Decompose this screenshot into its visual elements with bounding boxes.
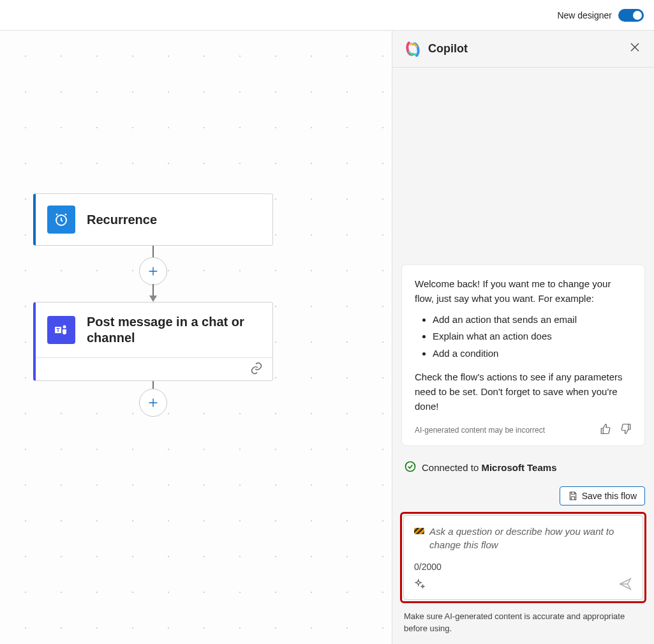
thumbs-down-icon[interactable] [620, 423, 632, 438]
construction-icon [414, 528, 424, 534]
close-icon[interactable] [627, 40, 643, 58]
connection-status: Connected to Microsoft Teams [404, 460, 643, 475]
save-flow-button[interactable]: Save this flow [560, 486, 645, 505]
flow-node-post-message[interactable]: T Post message in a chat or channel [33, 302, 273, 381]
node-footer [36, 357, 272, 380]
connector [139, 381, 167, 416]
link-icon[interactable] [249, 361, 264, 377]
suggestion-item: Add an action that sends an email [433, 312, 632, 327]
node-title: Recurrence [87, 212, 157, 228]
thumbs-up-icon[interactable] [600, 423, 611, 438]
copilot-body: Welcome back! If you want me to change y… [392, 68, 654, 644]
clock-icon [47, 206, 75, 234]
node-title: Post message in a chat or channel [87, 314, 261, 346]
teams-icon: T [47, 316, 75, 344]
copilot-input-box[interactable]: Ask a question or describe how you want … [403, 515, 643, 600]
svg-point-3 [63, 326, 66, 329]
add-step-button[interactable] [139, 389, 167, 417]
welcome-intro: Welcome back! If you want me to change y… [415, 276, 632, 306]
top-toolbar: New designer [0, 0, 654, 31]
sparkle-icon[interactable] [414, 578, 426, 592]
flow-node-recurrence[interactable]: Recurrence [33, 193, 273, 246]
char-counter: 0/2000 [414, 562, 632, 572]
check-circle-icon [404, 460, 417, 475]
ai-footnote: Make sure AI-generated content is accura… [392, 607, 654, 644]
suggestion-list: Add an action that sends an email Explai… [433, 312, 632, 361]
copilot-input-placeholder: Ask a question or describe how you want … [429, 525, 632, 551]
save-icon [568, 491, 578, 501]
add-step-button[interactable] [139, 257, 167, 285]
flow-column: Recurrence T [33, 193, 273, 416]
new-designer-toggle[interactable] [618, 9, 644, 22]
toggle-knob [633, 11, 642, 20]
suggestion-item: Add a condition [433, 346, 632, 361]
new-designer-label: New designer [557, 10, 612, 20]
status-text: Connected to Microsoft Teams [422, 462, 557, 473]
save-label: Save this flow [582, 491, 637, 501]
copilot-title: Copilot [428, 42, 621, 56]
ai-disclaimer-small: AI-generated content may be incorrect [415, 424, 545, 437]
flow-canvas[interactable]: Recurrence T [0, 31, 392, 644]
copilot-welcome-card: Welcome back! If you want me to change y… [401, 264, 645, 447]
connector [139, 246, 167, 302]
suggestion-item: Explain what an action does [433, 329, 632, 343]
send-icon[interactable] [618, 577, 632, 593]
copilot-input-highlight: Ask a question or describe how you want … [400, 512, 646, 603]
copilot-logo-icon [404, 40, 422, 58]
svg-point-4 [406, 462, 415, 472]
welcome-outro: Check the flow's actions to see if any p… [415, 370, 632, 414]
copilot-header: Copilot [392, 31, 654, 68]
svg-text:T: T [56, 327, 60, 333]
copilot-panel: Copilot Welcome back! If you want me to … [392, 31, 654, 644]
